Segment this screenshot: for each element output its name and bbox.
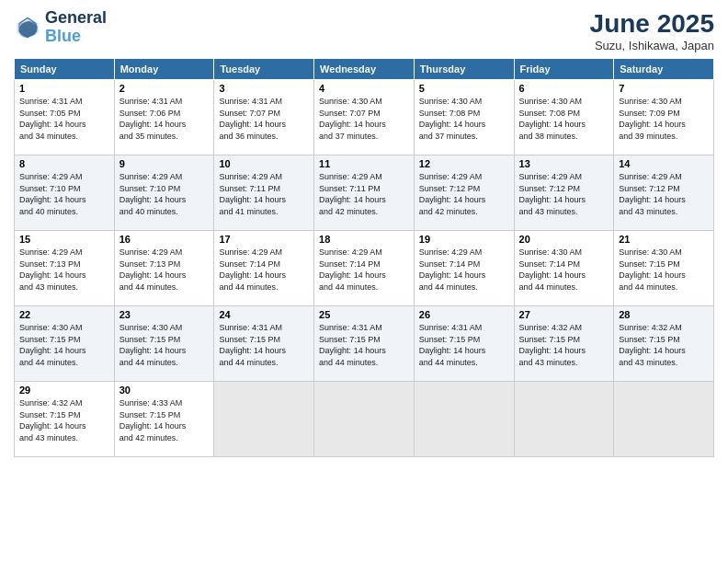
day-number: 15 — [19, 234, 109, 245]
day-number: 28 — [619, 309, 709, 320]
day-info: Sunrise: 4:29 AM Sunset: 7:11 PM Dayligh… — [319, 171, 409, 217]
day-info: Sunrise: 4:30 AM Sunset: 7:15 PM Dayligh… — [19, 322, 109, 368]
logo-icon — [14, 14, 41, 41]
calendar-cell: 4Sunrise: 4:30 AM Sunset: 7:07 PM Daylig… — [314, 80, 415, 155]
day-number: 11 — [319, 158, 409, 169]
calendar-cell: 16Sunrise: 4:29 AM Sunset: 7:13 PM Dayli… — [114, 231, 214, 306]
day-info: Sunrise: 4:29 AM Sunset: 7:10 PM Dayligh… — [119, 171, 210, 217]
day-number: 4 — [319, 83, 409, 94]
day-info: Sunrise: 4:29 AM Sunset: 7:14 PM Dayligh… — [419, 247, 509, 293]
day-number: 3 — [219, 83, 309, 94]
day-info: Sunrise: 4:30 AM Sunset: 7:07 PM Dayligh… — [319, 96, 409, 142]
weekday-header-tuesday: Tuesday — [214, 59, 314, 80]
day-info: Sunrise: 4:30 AM Sunset: 7:15 PM Dayligh… — [119, 322, 210, 368]
calendar-week-2: 8Sunrise: 4:29 AM Sunset: 7:10 PM Daylig… — [15, 155, 714, 231]
day-number: 25 — [319, 309, 409, 320]
day-number: 6 — [519, 83, 609, 94]
day-info: Sunrise: 4:29 AM Sunset: 7:12 PM Dayligh… — [619, 171, 709, 217]
day-info: Sunrise: 4:32 AM Sunset: 7:15 PM Dayligh… — [519, 322, 609, 368]
calendar-cell: 30Sunrise: 4:33 AM Sunset: 7:15 PM Dayli… — [114, 382, 214, 457]
calendar-week-5: 29Sunrise: 4:32 AM Sunset: 7:15 PM Dayli… — [15, 382, 714, 457]
calendar-cell: 1Sunrise: 4:31 AM Sunset: 7:05 PM Daylig… — [15, 80, 115, 155]
calendar-body: 1Sunrise: 4:31 AM Sunset: 7:05 PM Daylig… — [15, 80, 714, 457]
calendar-cell: 10Sunrise: 4:29 AM Sunset: 7:11 PM Dayli… — [214, 155, 314, 231]
day-number: 17 — [219, 234, 309, 245]
weekday-header-thursday: Thursday — [414, 59, 514, 80]
day-number: 30 — [119, 385, 210, 396]
calendar-table: SundayMondayTuesdayWednesdayThursdayFrid… — [14, 58, 714, 457]
calendar-week-3: 15Sunrise: 4:29 AM Sunset: 7:13 PM Dayli… — [15, 231, 714, 306]
calendar-cell: 8Sunrise: 4:29 AM Sunset: 7:10 PM Daylig… — [15, 155, 115, 231]
day-info: Sunrise: 4:30 AM Sunset: 7:08 PM Dayligh… — [419, 96, 509, 142]
weekday-header-wednesday: Wednesday — [314, 59, 415, 80]
day-info: Sunrise: 4:31 AM Sunset: 7:07 PM Dayligh… — [219, 96, 309, 142]
day-info: Sunrise: 4:29 AM Sunset: 7:10 PM Dayligh… — [19, 171, 109, 217]
day-number: 13 — [519, 158, 609, 169]
day-number: 2 — [119, 83, 210, 94]
day-info: Sunrise: 4:30 AM Sunset: 7:15 PM Dayligh… — [619, 247, 709, 293]
weekday-header-friday: Friday — [514, 59, 614, 80]
day-info: Sunrise: 4:30 AM Sunset: 7:08 PM Dayligh… — [519, 96, 609, 142]
day-number: 8 — [19, 158, 109, 169]
calendar-cell: 9Sunrise: 4:29 AM Sunset: 7:10 PM Daylig… — [114, 155, 214, 231]
day-info: Sunrise: 4:33 AM Sunset: 7:15 PM Dayligh… — [119, 397, 210, 443]
calendar-cell: 23Sunrise: 4:30 AM Sunset: 7:15 PM Dayli… — [114, 306, 214, 382]
day-number: 16 — [119, 234, 210, 245]
calendar-week-4: 22Sunrise: 4:30 AM Sunset: 7:15 PM Dayli… — [15, 306, 714, 382]
calendar-cell: 21Sunrise: 4:30 AM Sunset: 7:15 PM Dayli… — [614, 231, 714, 306]
logo-text: General Blue — [45, 9, 107, 46]
calendar-cell: 14Sunrise: 4:29 AM Sunset: 7:12 PM Dayli… — [614, 155, 714, 231]
day-number: 27 — [519, 309, 609, 320]
day-info: Sunrise: 4:29 AM Sunset: 7:14 PM Dayligh… — [319, 247, 409, 293]
header: General Blue June 2025 Suzu, Ishikawa, J… — [14, 9, 714, 52]
day-number: 7 — [619, 83, 709, 94]
calendar-cell — [314, 382, 415, 457]
day-number: 20 — [519, 234, 609, 245]
day-number: 19 — [419, 234, 509, 245]
calendar-cell: 20Sunrise: 4:30 AM Sunset: 7:14 PM Dayli… — [514, 231, 614, 306]
calendar-cell: 27Sunrise: 4:32 AM Sunset: 7:15 PM Dayli… — [514, 306, 614, 382]
calendar-cell: 11Sunrise: 4:29 AM Sunset: 7:11 PM Dayli… — [314, 155, 415, 231]
day-info: Sunrise: 4:29 AM Sunset: 7:12 PM Dayligh… — [519, 171, 609, 217]
day-number: 14 — [619, 158, 709, 169]
calendar-cell — [514, 382, 614, 457]
calendar-cell — [414, 382, 514, 457]
day-info: Sunrise: 4:31 AM Sunset: 7:05 PM Dayligh… — [19, 96, 109, 142]
page: General Blue June 2025 Suzu, Ishikawa, J… — [0, 0, 728, 563]
day-info: Sunrise: 4:29 AM Sunset: 7:12 PM Dayligh… — [419, 171, 509, 217]
calendar-cell: 26Sunrise: 4:31 AM Sunset: 7:15 PM Dayli… — [414, 306, 514, 382]
weekday-header-sunday: Sunday — [15, 59, 115, 80]
calendar-cell: 2Sunrise: 4:31 AM Sunset: 7:06 PM Daylig… — [114, 80, 214, 155]
day-number: 5 — [419, 83, 509, 94]
calendar-cell: 15Sunrise: 4:29 AM Sunset: 7:13 PM Dayli… — [15, 231, 115, 306]
day-info: Sunrise: 4:29 AM Sunset: 7:13 PM Dayligh… — [19, 247, 109, 293]
calendar-cell: 3Sunrise: 4:31 AM Sunset: 7:07 PM Daylig… — [214, 80, 314, 155]
day-info: Sunrise: 4:30 AM Sunset: 7:14 PM Dayligh… — [519, 247, 609, 293]
calendar-cell: 17Sunrise: 4:29 AM Sunset: 7:14 PM Dayli… — [214, 231, 314, 306]
calendar-cell: 29Sunrise: 4:32 AM Sunset: 7:15 PM Dayli… — [15, 382, 115, 457]
calendar-cell: 28Sunrise: 4:32 AM Sunset: 7:15 PM Dayli… — [614, 306, 714, 382]
day-info: Sunrise: 4:30 AM Sunset: 7:09 PM Dayligh… — [619, 96, 709, 142]
day-info: Sunrise: 4:31 AM Sunset: 7:15 PM Dayligh… — [419, 322, 509, 368]
calendar-cell: 25Sunrise: 4:31 AM Sunset: 7:15 PM Dayli… — [314, 306, 415, 382]
calendar-cell — [614, 382, 714, 457]
calendar-cell: 13Sunrise: 4:29 AM Sunset: 7:12 PM Dayli… — [514, 155, 614, 231]
calendar-cell: 12Sunrise: 4:29 AM Sunset: 7:12 PM Dayli… — [414, 155, 514, 231]
title-block: June 2025 Suzu, Ishikawa, Japan — [590, 9, 714, 52]
day-number: 12 — [419, 158, 509, 169]
calendar-cell: 19Sunrise: 4:29 AM Sunset: 7:14 PM Dayli… — [414, 231, 514, 306]
day-number: 26 — [419, 309, 509, 320]
month-title: June 2025 — [590, 9, 714, 39]
calendar-cell: 24Sunrise: 4:31 AM Sunset: 7:15 PM Dayli… — [214, 306, 314, 382]
day-info: Sunrise: 4:32 AM Sunset: 7:15 PM Dayligh… — [619, 322, 709, 368]
day-info: Sunrise: 4:29 AM Sunset: 7:13 PM Dayligh… — [119, 247, 210, 293]
day-number: 18 — [319, 234, 409, 245]
calendar-cell — [214, 382, 314, 457]
location-subtitle: Suzu, Ishikawa, Japan — [590, 39, 714, 52]
day-number: 21 — [619, 234, 709, 245]
day-number: 24 — [219, 309, 309, 320]
logo: General Blue — [14, 9, 107, 46]
calendar-cell: 6Sunrise: 4:30 AM Sunset: 7:08 PM Daylig… — [514, 80, 614, 155]
day-info: Sunrise: 4:31 AM Sunset: 7:15 PM Dayligh… — [319, 322, 409, 368]
day-info: Sunrise: 4:29 AM Sunset: 7:14 PM Dayligh… — [219, 247, 309, 293]
